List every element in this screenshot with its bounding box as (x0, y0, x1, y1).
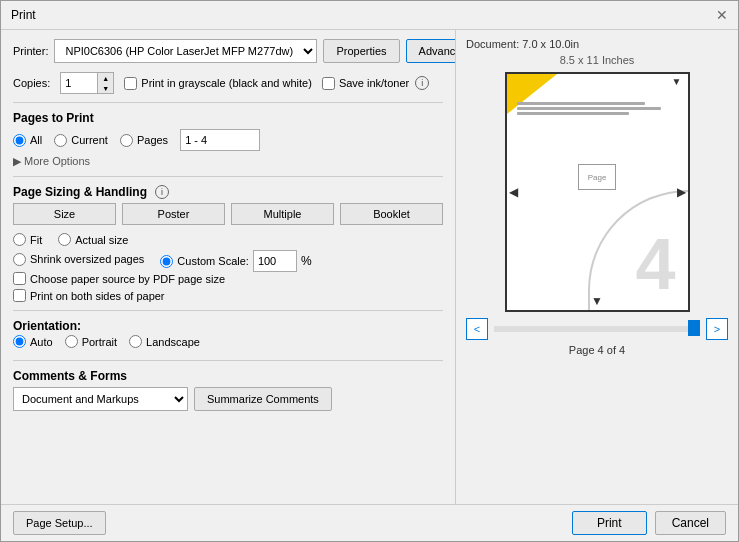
both-sides-checkbox[interactable] (13, 289, 26, 302)
pdf-source-label: Choose paper source by PDF page size (30, 273, 225, 285)
printer-row: Printer: NPI0C6306 (HP Color LaserJet MF… (13, 38, 443, 64)
properties-button[interactable]: Properties (323, 39, 399, 63)
radio-shrink-input[interactable] (13, 253, 26, 266)
nav-slider[interactable] (494, 326, 700, 332)
save-ink-group: Save ink/toner i (322, 76, 429, 90)
nav-row: < > (466, 318, 728, 340)
shrink-custom-row: Shrink oversized pages Custom Scale: % (13, 250, 443, 272)
copies-input[interactable] (61, 73, 97, 93)
bottom-indicator: ▼ (591, 294, 603, 308)
custom-scale-group: Custom Scale: % (160, 250, 311, 272)
left-indicator: ◀ (509, 185, 518, 199)
pdf-source-row: Choose paper source by PDF page size (13, 272, 443, 285)
left-panel: Printer: NPI0C6306 (HP Color LaserJet MF… (1, 30, 456, 504)
nav-forward-button[interactable]: > (706, 318, 728, 340)
preview-size-label: 8.5 x 11 Inches (560, 54, 635, 66)
save-ink-checkbox[interactable] (322, 77, 335, 90)
radio-current: Current (54, 134, 108, 147)
custom-scale-label: Custom Scale: (177, 255, 249, 267)
radio-fit: Fit (13, 233, 42, 246)
page-preview: ▼ Page ◀ ▶ ▼ 4 (505, 72, 690, 312)
radio-actual-input[interactable] (58, 233, 71, 246)
copies-row: Copies: ▲ ▼ Print in grayscale (black an… (13, 72, 443, 94)
page-sizing-info-icon: i (155, 185, 169, 199)
scale-value-input[interactable] (253, 250, 297, 272)
pdf-source-checkbox[interactable] (13, 272, 26, 285)
radio-auto-label: Auto (30, 336, 53, 348)
radio-all-label: All (30, 134, 42, 146)
grayscale-label: Print in grayscale (black and white) (141, 77, 312, 89)
cancel-button[interactable]: Cancel (655, 511, 726, 535)
nav-slider-thumb (688, 320, 700, 336)
comments-row: Document and Markups Summarize Comments (13, 387, 443, 411)
size-button[interactable]: Size (13, 203, 116, 225)
text-line-2 (517, 107, 662, 110)
summarize-comments-button[interactable]: Summarize Comments (194, 387, 332, 411)
window-title: Print (11, 8, 36, 22)
radio-pages-input[interactable] (120, 134, 133, 147)
radio-auto: Auto (13, 335, 53, 348)
radio-custom-input[interactable] (160, 255, 173, 268)
radio-portrait-input[interactable] (65, 335, 78, 348)
printer-select[interactable]: NPI0C6306 (HP Color LaserJet MFP M277dw) (54, 39, 317, 63)
radio-fit-input[interactable] (13, 233, 26, 246)
right-panel: Document: 7.0 x 10.0in 8.5 x 11 Inches ▼… (456, 30, 738, 504)
titlebar: Print ✕ (1, 1, 738, 30)
divider-4 (13, 360, 443, 361)
print-button[interactable]: Print (572, 511, 647, 535)
page-setup-button[interactable]: Page Setup... (13, 511, 106, 535)
radio-actual: Actual size (58, 233, 128, 246)
both-sides-row: Print on both sides of paper (13, 289, 443, 302)
comments-select[interactable]: Document and Markups (13, 387, 188, 411)
grayscale-checkbox[interactable] (124, 77, 137, 90)
radio-auto-input[interactable] (13, 335, 26, 348)
radio-fit-label: Fit (30, 234, 42, 246)
both-sides-label: Print on both sides of paper (30, 290, 165, 302)
orientation-title: Orientation: (13, 319, 81, 333)
text-line-1 (517, 102, 646, 105)
page-number-watermark: 4 (635, 228, 675, 300)
advanced-button[interactable]: Advanced (406, 39, 456, 63)
sizing-buttons-row: Size Poster Multiple Booklet (13, 203, 443, 225)
radio-landscape: Landscape (129, 335, 200, 348)
radio-landscape-label: Landscape (146, 336, 200, 348)
text-block-decoration (517, 102, 678, 117)
orientation-row: Orientation: (13, 319, 443, 333)
radio-all-input[interactable] (13, 134, 26, 147)
radio-shrink: Shrink oversized pages (13, 253, 144, 266)
pages-to-print-title: Pages to Print (13, 111, 443, 125)
multiple-button[interactable]: Multiple (231, 203, 334, 225)
radio-pages-label: Pages (137, 134, 168, 146)
divider-3 (13, 310, 443, 311)
copies-label: Copies: (13, 77, 50, 89)
radio-all: All (13, 134, 42, 147)
page-sizing-title: Page Sizing & Handling (13, 185, 147, 199)
copies-input-group: ▲ ▼ (60, 72, 114, 94)
spin-down-button[interactable]: ▼ (98, 83, 113, 93)
radio-landscape-input[interactable] (129, 335, 142, 348)
booklet-button[interactable]: Booklet (340, 203, 443, 225)
pages-range-input[interactable] (180, 129, 260, 151)
printer-label: Printer: (13, 45, 48, 57)
spin-up-button[interactable]: ▲ (98, 73, 113, 83)
radio-portrait: Portrait (65, 335, 117, 348)
right-indicator: ▶ (677, 185, 686, 199)
comments-forms-title: Comments & Forms (13, 369, 443, 383)
fit-actual-row: Fit Actual size (13, 233, 443, 250)
info-icon: i (415, 76, 429, 90)
page-sizing-header: Page Sizing & Handling i (13, 185, 443, 199)
nav-back-button[interactable]: < (466, 318, 488, 340)
radio-portrait-label: Portrait (82, 336, 117, 348)
poster-button[interactable]: Poster (122, 203, 225, 225)
page-info: Page 4 of 4 (569, 344, 625, 356)
radio-current-label: Current (71, 134, 108, 146)
main-content: Printer: NPI0C6306 (HP Color LaserJet MF… (1, 30, 738, 504)
print-dialog: Print ✕ Printer: NPI0C6306 (HP Color Las… (0, 0, 739, 542)
radio-shrink-label: Shrink oversized pages (30, 253, 144, 265)
percent-label: % (301, 254, 312, 268)
close-button[interactable]: ✕ (716, 7, 728, 23)
action-buttons: Print Cancel (572, 511, 726, 535)
page-box: Page (578, 164, 616, 190)
more-options[interactable]: ▶ More Options (13, 155, 443, 168)
radio-current-input[interactable] (54, 134, 67, 147)
